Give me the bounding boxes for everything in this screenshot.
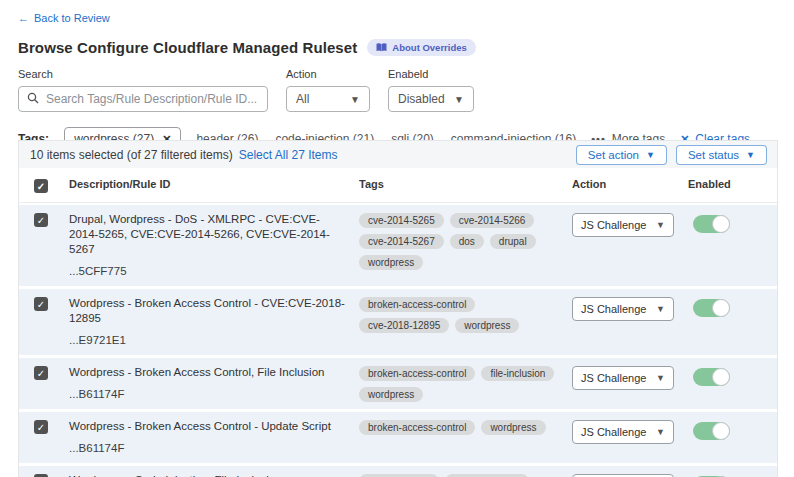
row-action-select[interactable]: JS Challenge ▼ (572, 366, 674, 390)
chevron-down-icon: ▼ (454, 94, 464, 105)
tag-pill: dos (450, 234, 484, 249)
selection-bar: 10 items selected (of 27 filtered items)… (19, 141, 777, 168)
chevron-down-icon: ▼ (746, 150, 755, 160)
search-label: Search (18, 68, 268, 80)
row-enabled-toggle[interactable] (693, 299, 730, 317)
select-all-checkbox[interactable]: ✓ (34, 179, 48, 193)
table-row: ✓ Wordpress - Code Injection, File Inclu… (19, 466, 777, 477)
select-all-link[interactable]: Select All 27 Items (239, 148, 338, 162)
table-body: ✓ Drupal, Wordpress - DoS - XMLRPC - CVE… (19, 205, 777, 477)
table-row: ✓ Wordpress - Broken Access Control - Up… (19, 412, 777, 463)
chevron-down-icon: ▼ (350, 94, 360, 105)
row-description: Wordpress - Code Injection, File Inclusi… (69, 473, 345, 477)
table-row: ✓ Drupal, Wordpress - DoS - XMLRPC - CVE… (19, 205, 777, 286)
row-rule-id: ...B61174F (69, 387, 345, 402)
chevron-down-icon: ▼ (656, 220, 665, 230)
row-description: Wordpress - Broken Access Control - CVE:… (69, 296, 345, 326)
left-arrow-icon: ← (18, 12, 29, 24)
enabled-filter-select[interactable]: Disabled ▼ (388, 86, 474, 112)
tag-pill: wordpress (359, 387, 423, 402)
tag-pill: broken-access-control (359, 366, 475, 381)
action-filter-select[interactable]: All ▼ (286, 86, 370, 112)
book-icon (376, 43, 387, 52)
row-action-select[interactable]: JS Challenge ▼ (572, 297, 674, 321)
row-enabled-toggle[interactable] (693, 422, 730, 440)
row-tags: code-injectioncve-2019-8942cve-2019-8943… (359, 473, 572, 477)
action-filter-label: Action (286, 68, 370, 80)
chevron-down-icon: ▼ (656, 427, 665, 437)
chevron-down-icon: ▼ (646, 150, 655, 160)
set-action-button[interactable]: Set action ▼ (576, 145, 667, 165)
row-action-value: JS Challenge (581, 219, 646, 231)
chevron-down-icon: ▼ (656, 304, 665, 314)
tag-pill: cve-2014-5265 (359, 213, 444, 228)
selected-count-text: 10 items selected (of 27 filtered items) (30, 148, 233, 162)
tag-pill: wordpress (481, 420, 545, 435)
row-action-value: JS Challenge (581, 303, 646, 315)
row-checkbox[interactable]: ✓ (34, 297, 48, 311)
table-header: ✓ Description/Rule ID Tags Action Enable… (19, 168, 777, 203)
toggle-knob (712, 299, 730, 317)
tag-pill: drupal (490, 234, 536, 249)
toggle-knob (712, 422, 730, 440)
table-row: ✓ Wordpress - Broken Access Control - CV… (19, 289, 777, 355)
toggle-knob (712, 215, 730, 233)
row-description: Wordpress - Broken Access Control - Upda… (69, 419, 345, 434)
search-input[interactable]: Search Tags/Rule Description/Rule ID... (18, 86, 268, 112)
row-tags: cve-2014-5265cve-2014-5266cve-2014-5267d… (359, 212, 572, 279)
enabled-filter-label: Enabeld (388, 68, 474, 80)
enabled-filter-value: Disabled (398, 92, 445, 106)
search-icon (27, 92, 39, 107)
action-filter-value: All (296, 92, 309, 106)
row-checkbox[interactable]: ✓ (34, 213, 48, 227)
back-link-label: Back to Review (34, 12, 110, 24)
row-action-value: JS Challenge (581, 426, 646, 438)
row-checkbox[interactable]: ✓ (34, 420, 48, 434)
row-action-select[interactable]: JS Challenge ▼ (572, 420, 674, 444)
row-checkbox[interactable]: ✓ (34, 366, 48, 380)
back-to-review-link[interactable]: ← Back to Review (18, 12, 110, 24)
row-tags: broken-access-controlfile-inclusionwordp… (359, 365, 572, 402)
row-action-select[interactable]: JS Challenge ▼ (572, 213, 674, 237)
column-header-description: Description/Rule ID (69, 178, 359, 193)
column-header-action: Action (572, 178, 688, 193)
row-description: Wordpress - Broken Access Control, File … (69, 365, 345, 380)
search-placeholder: Search Tags/Rule Description/Rule ID... (46, 92, 257, 106)
row-enabled-toggle[interactable] (693, 215, 730, 233)
row-tags: broken-access-controlcve-2018-12895wordp… (359, 296, 572, 348)
row-tags: broken-access-controlwordpress (359, 419, 572, 456)
about-overrides-label: About Overrides (392, 42, 466, 53)
column-header-tags: Tags (359, 178, 572, 193)
page-title: Browse Configure Cloudflare Managed Rule… (18, 39, 357, 56)
tag-pill: file-inclusion (481, 366, 554, 381)
set-status-label: Set status (688, 149, 739, 161)
set-action-label: Set action (588, 149, 639, 161)
page: ← Back to Review Browse Configure Cloudf… (0, 0, 794, 477)
chevron-down-icon: ▼ (656, 373, 665, 383)
about-overrides-badge[interactable]: About Overrides (367, 39, 475, 56)
column-header-enabled: Enabled (688, 178, 777, 193)
toggle-knob (712, 368, 730, 386)
row-description: Drupal, Wordpress - DoS - XMLRPC - CVE:C… (69, 212, 345, 257)
tag-pill: wordpress (455, 318, 519, 333)
row-rule-id: ...5CFF775 (69, 264, 345, 279)
row-action-value: JS Challenge (581, 372, 646, 384)
row-enabled-toggle[interactable] (693, 368, 730, 386)
row-rule-id: ...E9721E1 (69, 333, 345, 348)
tag-pill: broken-access-control (359, 297, 475, 312)
tag-pill: wordpress (359, 255, 423, 270)
tag-pill: broken-access-control (359, 420, 475, 435)
set-status-button[interactable]: Set status ▼ (676, 145, 767, 165)
tag-pill: cve-2014-5267 (359, 234, 444, 249)
row-rule-id: ...B61174F (69, 441, 345, 456)
table-row: ✓ Wordpress - Broken Access Control, Fil… (19, 358, 777, 409)
tag-pill: cve-2014-5266 (450, 213, 535, 228)
tag-pill: cve-2018-12895 (359, 318, 449, 333)
